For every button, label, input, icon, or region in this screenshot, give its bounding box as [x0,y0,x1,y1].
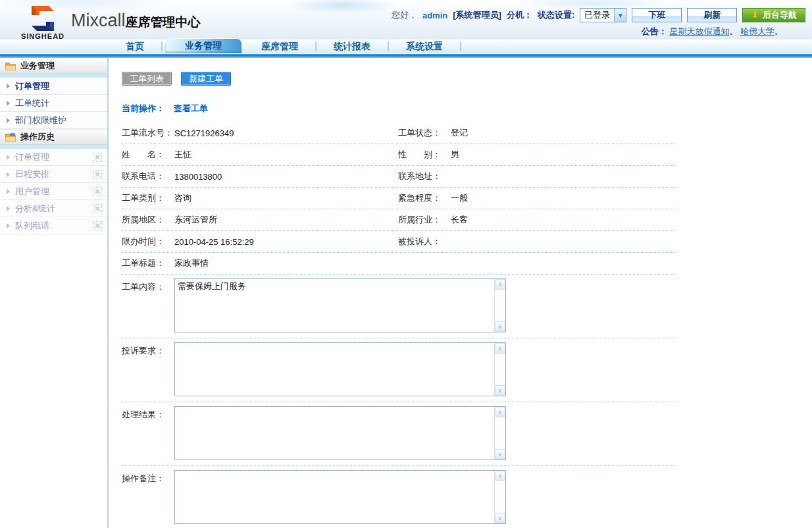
complaint-request-textarea[interactable]: ∧ ∨ [174,342,506,396]
scroll-down-icon[interactable]: ∨ [495,385,505,396]
sidebar-history-analysis-stats[interactable]: 分析&统计 ✕ [0,200,107,217]
scrollbar[interactable]: ∧ ∨ [494,471,505,523]
tab-statistics-reports[interactable]: 统计报表 [317,40,388,53]
user-role: [系统管理员] [453,9,501,21]
close-icon[interactable]: ✕ [93,221,102,230]
scroll-up-icon[interactable]: ∧ [495,407,505,417]
field-label: 联系电话： [122,171,174,182]
sidebar-item-label: 分析&统计 [15,203,55,215]
field-label: 投诉要求： [122,342,174,357]
scroll-down-icon[interactable]: ∨ [495,321,505,332]
history-folder-icon [5,133,16,142]
status-select[interactable]: 已登录 ▼ [580,8,626,22]
sidebar-item-workorder-stats[interactable]: 工单统计 [0,95,107,112]
field-label: 性 别： [398,149,451,161]
field-label: 姓 名： [122,149,174,161]
sidebar-history-schedule[interactable]: 日程安排 ✕ [0,166,107,183]
app-title-cn: 座席管理中心 [126,15,201,29]
scroll-up-icon[interactable]: ∧ [495,471,505,481]
singhead-logo-icon [28,5,58,32]
field-label: 工单流水号： [122,127,174,139]
arrow-right-icon [7,118,10,123]
sidebar-group-business[interactable]: 业务管理 [0,58,107,74]
announcement-link-harvard[interactable]: 哈佛大学 [740,26,774,36]
chevron-down-icon[interactable]: ▼ [614,9,626,22]
title-value: 家政事情 [174,257,209,269]
nav-bottom-strip [0,53,812,58]
sidebar-item-label: 日程安排 [15,169,49,180]
greeting-text: 您好， [392,9,417,21]
workorder-content-text: 需要保姆上门服务 [175,279,494,332]
operation-notes-text [175,471,494,523]
sidebar-item-label: 队列电话 [15,220,49,232]
status-label: 状态设置: [538,9,574,21]
scrollbar[interactable]: ∧ ∨ [494,407,505,460]
sidebar: 业务管理 订单管理 工单统计 部门权限维护 操作历史 订单管理 [0,58,109,528]
backstage-nav-button[interactable]: ⬇ 后台导航 [742,8,805,22]
nav-tabs: 首页 业务管理 座席管理 统计报表 系统设置 [109,40,461,53]
sidebar-history-queue-calls[interactable]: 队列电话 ✕ [0,217,107,234]
field-label: 操作备注： [122,470,174,485]
toolbar: 工单列表 新建工单 [122,72,812,86]
backstage-nav-label: 后台导航 [763,9,797,21]
arrow-right-icon [7,206,10,211]
handling-result-textarea[interactable]: ∧ ∨ [174,406,506,460]
scrollbar[interactable]: ∧ ∨ [494,343,505,396]
tab-home[interactable]: 首页 [109,40,161,53]
workorder-content-textarea[interactable]: 需要保姆上门服务 ∧ ∨ [174,278,506,332]
refresh-button[interactable]: 刷新 [687,8,737,22]
close-icon[interactable]: ✕ [93,170,102,179]
app-title-en: Mixcall [71,11,126,30]
scroll-down-icon[interactable]: ∨ [495,449,505,460]
field-label: 处理结果： [122,406,174,421]
field-label: 工单类别： [122,192,174,204]
main-nav: 首页 业务管理 座席管理 统计报表 系统设置 [0,40,812,58]
form-row: 姓 名：王怔 性 别：男 [122,144,676,166]
field-label: 所属行业： [398,214,451,226]
punctuation: 。 [729,26,738,36]
page: SINGHEAD Mixcall座席管理中心 您好， admin [系统管理员]… [0,0,812,528]
tab-system-settings[interactable]: 系统设置 [389,40,460,53]
workorder-serial-value: SC1271926349 [174,128,234,138]
arrow-right-icon [7,172,10,177]
operation-notes-textarea[interactable]: ∧ ∨ [174,470,506,524]
announcement-label: 公告： [642,26,667,36]
scroll-down-icon[interactable]: ∨ [495,513,505,523]
sidebar-group-title: 操作历史 [20,131,55,143]
sidebar-history-user-management[interactable]: 用户管理 ✕ [0,183,107,200]
scroll-up-icon[interactable]: ∧ [495,279,505,290]
arrow-right-icon [7,155,10,160]
punctuation: 。 [774,26,783,36]
sidebar-history-order-management[interactable]: 订单管理 ✕ [0,149,107,166]
workorder-list-button[interactable]: 工单列表 [122,72,172,86]
new-workorder-button[interactable]: 新建工单 [181,72,231,86]
current-operation: 当前操作： 查看工单 [122,103,812,115]
sidebar-item-label: 部门权限维护 [15,115,66,126]
sidebar-item-dept-permissions[interactable]: 部门权限维护 [0,112,107,129]
field-label: 被投诉人： [398,236,451,248]
deadline-value: 2010-04-25 16:52:29 [174,237,254,247]
textarea-row: 操作备注： ∧ ∨ [122,466,676,528]
workorder-status-value: 登记 [451,127,468,139]
sidebar-group-history[interactable]: 操作历史 [0,129,107,145]
close-icon[interactable]: ✕ [93,204,102,213]
scrollbar[interactable]: ∧ ∨ [494,279,505,332]
username: admin [422,11,447,20]
urgency-value: 一般 [451,192,468,204]
sidebar-item-order-management[interactable]: 订单管理 [0,78,107,95]
announcement-bar: 公告： 星期天放假通知。 哈佛大学。 [642,26,783,38]
announcement-link-holiday[interactable]: 星期天放假通知 [669,26,729,36]
close-icon[interactable]: ✕ [93,187,102,196]
field-label: 所属地区： [122,214,174,226]
current-operation-value: 查看工单 [174,103,208,113]
name-value: 王怔 [174,149,191,161]
phone-value: 1380013800 [174,172,222,182]
tab-business-management[interactable]: 业务管理 [165,38,241,53]
tab-agent-management[interactable]: 座席管理 [244,40,315,53]
form-row: 工单流水号：SC1271926349 工单状态：登记 [122,122,676,144]
close-icon[interactable]: ✕ [93,153,102,162]
form-row: 联系电话：1380013800 联系地址： [122,166,676,188]
off-duty-button[interactable]: 下班 [632,8,682,22]
scroll-up-icon[interactable]: ∧ [495,343,505,354]
handling-result-text [175,407,494,460]
